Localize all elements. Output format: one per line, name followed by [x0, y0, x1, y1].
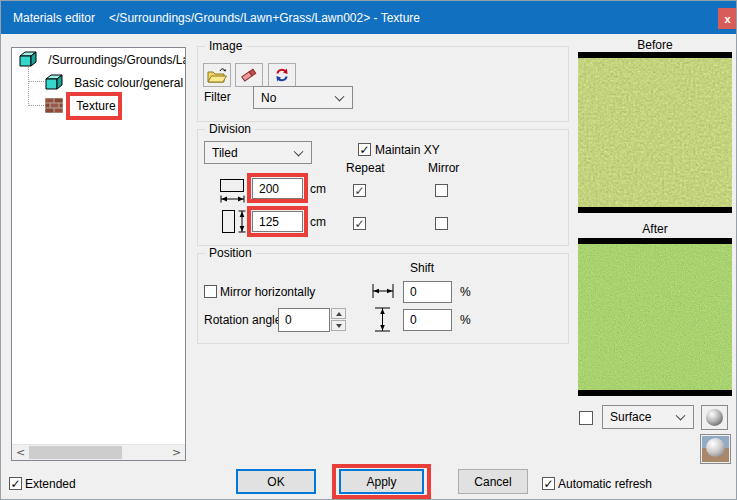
- width-unit-label: cm: [310, 182, 326, 196]
- width-input[interactable]: [252, 178, 303, 199]
- before-preview: [578, 52, 732, 213]
- shift-y-percent-label: %: [460, 313, 471, 327]
- scroll-left-icon[interactable]: <: [12, 445, 29, 460]
- close-button[interactable]: x: [718, 8, 737, 29]
- check-icon: ✓: [543, 479, 553, 489]
- shift-label: Shift: [410, 261, 434, 275]
- before-grass-image: [578, 58, 732, 207]
- open-image-button[interactable]: [203, 63, 231, 87]
- ok-button-label: OK: [267, 475, 284, 489]
- shift-x-percent-label: %: [460, 285, 471, 299]
- division-mode-value: Tiled: [212, 146, 238, 160]
- filter-value: No: [261, 91, 276, 105]
- extended-checkbox[interactable]: ✓: [9, 477, 22, 490]
- chevron-down-icon: [294, 146, 304, 156]
- tree-connector: [28, 64, 29, 104]
- automatic-refresh-label: Automatic refresh: [558, 477, 652, 491]
- apply-button[interactable]: Apply: [339, 469, 424, 494]
- filter-label: Filter: [204, 90, 231, 104]
- position-group-title: Position: [205, 246, 256, 260]
- tree-horizontal-scrollbar[interactable]: < >: [12, 444, 185, 460]
- surface-checkbox[interactable]: [579, 411, 593, 425]
- cancel-button[interactable]: Cancel: [458, 469, 528, 494]
- title-bar: Materials editor </Surroundings/Grounds/…: [1, 1, 737, 34]
- cancel-button-label: Cancel: [474, 475, 511, 489]
- material-preview-icon: [702, 436, 729, 462]
- shift-x-icon: [371, 282, 395, 303]
- height-unit-label: cm: [310, 215, 326, 229]
- extended-label: Extended: [25, 477, 76, 491]
- reload-image-button[interactable]: [268, 63, 296, 87]
- maintain-xy-checkbox[interactable]: ✓: [358, 143, 371, 156]
- after-grass-image: [578, 244, 732, 390]
- window-title-path: </Surroundings/Grounds/Lawn+Grass/Lawn00…: [109, 11, 420, 25]
- surface-dropdown[interactable]: Surface: [602, 405, 694, 429]
- automatic-refresh-checkbox[interactable]: ✓: [542, 477, 555, 490]
- repeat-column-label: Repeat: [346, 161, 385, 175]
- spin-down-button[interactable]: [331, 320, 346, 331]
- chevron-down-icon: [335, 91, 345, 101]
- chevron-down-icon: [676, 411, 686, 421]
- width-dimension-icon: [219, 177, 247, 207]
- rotation-spinner: [331, 308, 346, 332]
- scrollbar-thumb[interactable]: [29, 446, 122, 459]
- material-preview-button[interactable]: [700, 434, 731, 464]
- mirror-horizontally-label: Mirror horizontally: [220, 285, 315, 299]
- shift-x-input[interactable]: [403, 281, 452, 303]
- tree-item-label: Texture: [76, 99, 115, 113]
- rotation-angle-label: Rotation angle: [204, 313, 281, 327]
- sphere-preview-button[interactable]: [701, 405, 728, 430]
- erase-image-button[interactable]: [235, 63, 263, 87]
- check-icon: ✓: [354, 186, 364, 196]
- division-mode-dropdown[interactable]: Tiled: [204, 141, 312, 164]
- tree-connector: [28, 105, 44, 106]
- cube-icon: [19, 51, 38, 67]
- scroll-right-icon[interactable]: >: [168, 445, 185, 460]
- material-tree: /Surroundings/Grounds/La Basic colour/ge…: [11, 47, 186, 461]
- tree-item-basic-colour[interactable]: Basic colour/general: [45, 74, 183, 90]
- tree-item-label: /Surroundings/Grounds/La: [48, 53, 186, 67]
- tree-item-texture[interactable]: Texture: [45, 98, 116, 113]
- arrow-up-icon: [336, 312, 342, 316]
- shift-y-input[interactable]: [403, 309, 452, 331]
- division-group-title: Division: [205, 122, 255, 136]
- shift-y-icon: [373, 306, 393, 336]
- rotation-angle-input[interactable]: [278, 308, 330, 332]
- before-label: Before: [578, 38, 732, 52]
- close-icon: x: [724, 13, 730, 25]
- tree-item-root[interactable]: /Surroundings/Grounds/La: [19, 51, 186, 67]
- arrow-down-icon: [336, 324, 342, 328]
- repeat-y-checkbox[interactable]: ✓: [353, 217, 366, 230]
- tree-item-label: Basic colour/general: [74, 76, 183, 90]
- mirror-column-label: Mirror: [428, 161, 459, 175]
- mirror-horizontally-checkbox[interactable]: [204, 285, 217, 298]
- check-icon: ✓: [359, 145, 369, 155]
- reload-icon: [274, 67, 290, 83]
- mirror-y-checkbox[interactable]: [435, 217, 448, 230]
- cube-icon: [45, 74, 64, 90]
- filter-dropdown[interactable]: No: [253, 86, 353, 109]
- after-label: After: [578, 222, 732, 236]
- open-folder-icon: [207, 67, 227, 83]
- apply-button-label: Apply: [366, 475, 396, 489]
- height-input[interactable]: [252, 211, 303, 232]
- surface-value: Surface: [610, 410, 651, 424]
- window-title: Materials editor: [13, 11, 95, 25]
- materials-editor-dialog: Materials editor </Surroundings/Grounds/…: [0, 0, 737, 500]
- brick-icon: [45, 98, 63, 113]
- tree-connector: [28, 81, 44, 82]
- sphere-icon: [706, 409, 723, 426]
- ok-button[interactable]: OK: [236, 469, 316, 494]
- height-dimension-icon: [221, 208, 249, 238]
- check-icon: ✓: [354, 219, 364, 229]
- spin-up-button[interactable]: [331, 308, 346, 319]
- mirror-x-checkbox[interactable]: [435, 184, 448, 197]
- eraser-icon: [240, 67, 258, 83]
- repeat-x-checkbox[interactable]: ✓: [353, 184, 366, 197]
- image-group-title: Image: [205, 39, 246, 53]
- maintain-xy-label: Maintain XY: [375, 143, 440, 157]
- after-preview: [578, 238, 732, 396]
- check-icon: ✓: [10, 479, 20, 489]
